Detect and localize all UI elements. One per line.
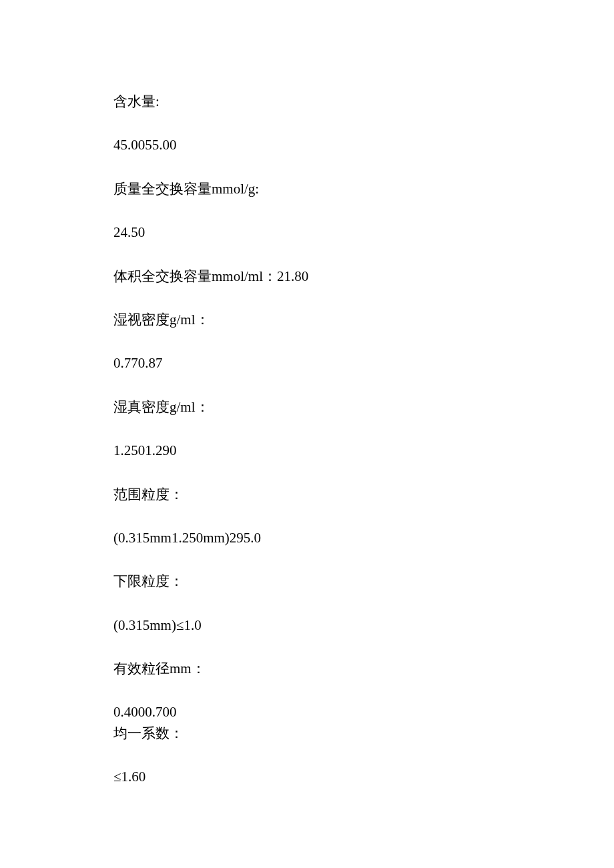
text-line: 0.770.87 [113,354,487,373]
text-line: 下限粒度： [113,572,487,591]
text-line: 含水量: [113,92,487,111]
text-line: 24.50 [113,223,487,242]
text-line: (0.315mm1.250mm)295.0 [113,528,487,548]
text-line: 1.2501.290 [113,441,487,460]
text-line: 范围粒度： [113,485,487,504]
text-line: 质量全交换容量mmol/g: [113,179,487,199]
text-line: ≤1.60 [113,767,487,787]
text-line: 湿视密度g/ml： [113,310,487,330]
text-line: 体积全交换容量mmol/ml：21.80 [113,267,487,286]
document-page: 含水量: 45.0055.00 质量全交换容量mmol/g: 24.50 体积全… [0,0,487,787]
text-line: 有效粒径mm： [113,659,487,679]
text-line: 湿真密度g/ml： [113,398,487,417]
text-line: 均一系数： [113,724,487,743]
text-line: 45.0055.00 [113,135,487,155]
text-line: 0.4000.700 [113,703,487,722]
text-line: (0.315mm)≤1.0 [113,616,487,635]
